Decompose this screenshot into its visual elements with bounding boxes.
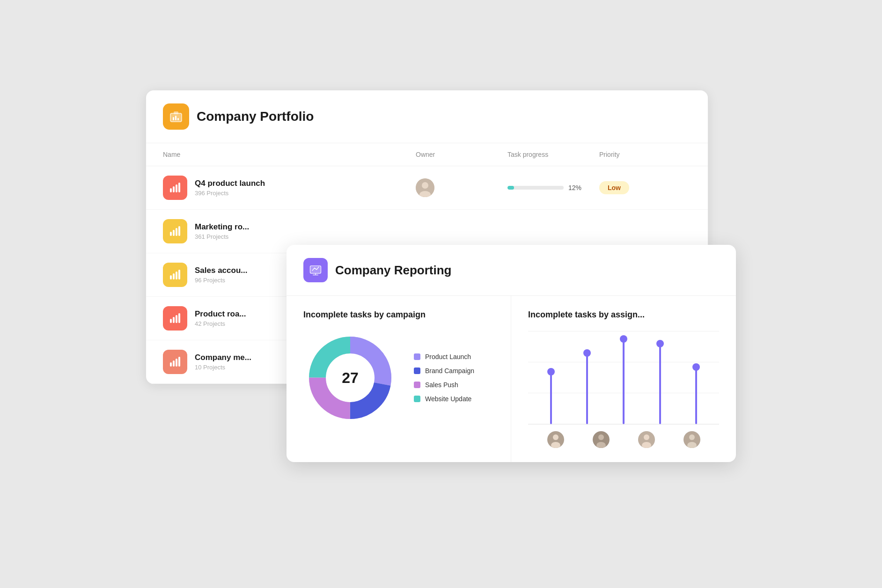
- svg-rect-27: [176, 359, 177, 367]
- bar-avatar: [547, 431, 564, 448]
- svg-rect-7: [173, 186, 175, 192]
- owner-avatar: [416, 178, 434, 197]
- svg-rect-6: [170, 188, 172, 192]
- portfolio-header: Company Portfolio: [146, 90, 708, 143]
- legend-item: Website Update: [414, 395, 474, 403]
- reporting-header: Company Reporting: [287, 245, 736, 296]
- col-priority: Priority: [599, 151, 691, 158]
- row-name: Product roa...: [195, 309, 246, 319]
- row-name: Sales accou...: [195, 266, 247, 275]
- row-name: Company me...: [195, 353, 251, 362]
- avatar-row: [528, 425, 719, 448]
- svg-rect-3: [173, 117, 174, 120]
- portfolio-title: Company Portfolio: [197, 109, 314, 124]
- table-row[interactable]: Q4 product launch 396 Projects 12%: [146, 166, 708, 210]
- legend-dot: [414, 368, 420, 374]
- svg-rect-18: [173, 273, 175, 279]
- svg-point-11: [422, 182, 428, 189]
- row-sub: 96 Projects: [195, 277, 247, 284]
- legend-dot: [414, 382, 420, 388]
- bar-item: [583, 331, 591, 424]
- row-icon: [163, 306, 187, 331]
- assignee-panel: Incomplete tasks by assign...: [511, 296, 736, 462]
- donut-title: Incomplete tasks by campaign: [303, 310, 494, 320]
- row-icon: [163, 263, 187, 287]
- bar-stick: [659, 345, 661, 424]
- svg-rect-14: [173, 230, 175, 236]
- reporting-card: Company Reporting Incomplete tasks by ca…: [287, 245, 736, 462]
- bar-item: [656, 331, 664, 424]
- reporting-icon: [303, 258, 328, 282]
- row-icon: [163, 176, 187, 200]
- table-header: Name Owner Task progress Priority: [146, 143, 708, 166]
- progress-cell: 12%: [507, 184, 599, 191]
- priority-badge: Low: [599, 181, 629, 194]
- portfolio-icon: [163, 103, 189, 130]
- row-name-cell: Q4 product launch 396 Projects: [163, 176, 416, 200]
- legend-label: Brand Campaign: [425, 367, 474, 375]
- row-icon: [163, 350, 187, 374]
- bar-stick: [586, 354, 588, 424]
- legend-item: Brand Campaign: [414, 367, 474, 375]
- row-sub: 42 Projects: [195, 320, 246, 327]
- priority-cell: Low: [599, 181, 691, 194]
- row-sub: 10 Projects: [195, 364, 251, 371]
- svg-rect-16: [178, 226, 180, 236]
- reporting-title: Company Reporting: [335, 263, 451, 278]
- row-name: Marketing ro...: [195, 222, 249, 232]
- svg-point-39: [553, 434, 559, 440]
- svg-rect-23: [176, 315, 177, 323]
- donut-chart: 27: [303, 331, 397, 425]
- svg-rect-17: [170, 275, 172, 279]
- row-name-cell: Marketing ro... 361 Projects: [163, 219, 416, 243]
- donut-panel: Incomplete tasks by campaign: [287, 296, 511, 462]
- svg-rect-24: [178, 313, 180, 323]
- bar-stick: [695, 368, 697, 424]
- svg-rect-13: [170, 232, 172, 236]
- row-sub: 361 Projects: [195, 233, 249, 240]
- progress-pct: 12%: [568, 184, 581, 191]
- svg-rect-29: [310, 266, 321, 273]
- col-progress: Task progress: [507, 151, 599, 158]
- svg-point-45: [644, 434, 649, 440]
- legend: Product Launch Brand Campaign Sales Push: [414, 353, 474, 403]
- svg-rect-2: [174, 111, 178, 114]
- svg-rect-26: [173, 360, 175, 367]
- svg-rect-15: [176, 228, 177, 236]
- row-icon: [163, 219, 187, 243]
- legend-dot: [414, 353, 420, 360]
- svg-rect-21: [170, 319, 172, 323]
- bar-avatar: [593, 431, 610, 448]
- bar-item: [547, 331, 555, 424]
- svg-rect-9: [178, 183, 180, 192]
- bar-avatar: [638, 431, 655, 448]
- bars-row: [528, 331, 719, 424]
- col-name: Name: [163, 151, 416, 158]
- legend-label: Product Launch: [425, 353, 471, 360]
- row-sub: 396 Projects: [195, 190, 265, 197]
- progress-bar: [507, 186, 564, 190]
- svg-rect-20: [178, 270, 180, 279]
- assignee-title: Incomplete tasks by assign...: [528, 310, 719, 320]
- legend-item: Sales Push: [414, 381, 474, 389]
- svg-point-42: [598, 434, 604, 440]
- legend-item: Product Launch: [414, 353, 474, 360]
- legend-label: Website Update: [425, 395, 471, 403]
- bar-avatar: [684, 431, 700, 448]
- svg-rect-5: [177, 118, 179, 120]
- col-owner: Owner: [416, 151, 507, 158]
- reporting-body: Incomplete tasks by campaign: [287, 296, 736, 462]
- svg-rect-22: [173, 317, 175, 323]
- bar-chart: [528, 331, 719, 425]
- svg-rect-19: [176, 272, 177, 279]
- bar-item: [620, 331, 627, 424]
- bar-item: [692, 331, 700, 424]
- svg-rect-8: [176, 184, 177, 192]
- donut-center-value: 27: [342, 369, 359, 387]
- donut-section: 27 Product Launch Brand Campaign: [303, 331, 494, 425]
- svg-point-48: [689, 434, 695, 440]
- bar-stick: [623, 340, 625, 424]
- svg-rect-28: [178, 357, 180, 367]
- svg-rect-25: [170, 362, 172, 367]
- row-name: Q4 product launch: [195, 179, 265, 188]
